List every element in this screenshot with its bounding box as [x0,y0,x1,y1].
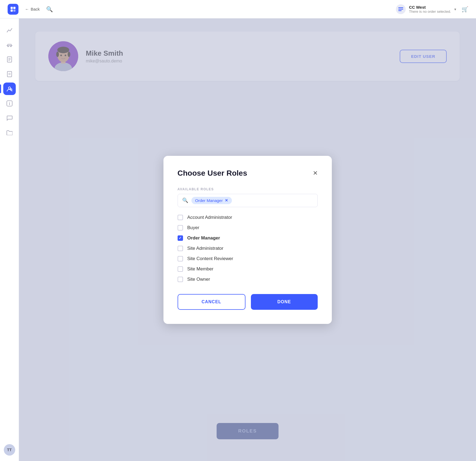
sidebar: TT [0,18,19,461]
sidebar-item-analytics[interactable] [3,24,16,36]
main-content: Mike Smith mike@sauto.demo EDIT USER ROL… [19,18,476,461]
topbar-left: ← Back 🔍 [8,4,53,15]
role-checkbox-buyer[interactable] [178,225,183,230]
svg-point-16 [8,87,11,89]
search-icon[interactable]: 🔍 [46,6,53,12]
svg-rect-6 [398,10,402,11]
svg-point-8 [10,46,11,47]
cart-icon[interactable]: 🛒 [462,6,468,12]
sidebar-item-documents[interactable] [3,68,16,80]
cancel-button[interactable]: CANCEL [178,294,245,310]
modal-actions: CANCEL DONE [178,294,318,310]
order-name: CC West [409,5,451,10]
role-item-buyer[interactable]: Buyer [178,225,318,230]
role-checkbox-site-member[interactable] [178,266,183,272]
tag-label: Order Manager [195,198,223,203]
order-lines-icon [396,4,406,14]
role-label-site-member: Site Member [187,266,213,272]
role-checkbox-order-manager[interactable] [178,235,183,241]
tt-avatar: TT [4,444,15,456]
role-label-site-owner: Site Owner [187,277,210,282]
sidebar-item-orders[interactable] [3,53,16,66]
role-checkbox-account-administrator[interactable] [178,215,183,220]
role-item-site-content-reviewer[interactable]: Site Content Reviewer [178,256,318,261]
modal-overlay: Choose User Roles ✕ AVAILABLE ROLES 🔍 Or… [19,18,476,461]
sidebar-item-info[interactable] [3,97,16,110]
svg-rect-13 [7,71,12,77]
sidebar-item-chat[interactable] [3,112,16,124]
modal-close-button[interactable]: ✕ [313,170,318,176]
topbar-right: CC West There is no order selected. ▾ 🛒 [396,4,468,14]
svg-point-7 [8,46,9,47]
back-label: Back [31,7,40,11]
modal-header: Choose User Roles ✕ [178,169,318,178]
role-item-account-administrator[interactable]: Account Administrator [178,215,318,220]
role-checkbox-site-administrator[interactable] [178,246,183,251]
svg-point-17 [10,89,12,91]
role-label-site-administrator: Site Administrator [187,246,223,251]
available-roles-label: AVAILABLE ROLES [178,187,318,191]
chevron-down-icon[interactable]: ▾ [454,7,456,11]
sidebar-item-users[interactable] [3,83,16,95]
svg-point-20 [9,102,10,103]
role-checkbox-site-owner[interactable] [178,277,183,282]
done-button[interactable]: DONE [251,294,318,310]
role-checkbox-site-content-reviewer[interactable] [178,256,183,261]
sidebar-item-folders[interactable] [3,127,16,139]
svg-rect-5 [398,9,403,10]
svg-rect-2 [11,10,13,12]
role-item-order-manager[interactable]: Order Manager [178,235,318,241]
back-arrow-icon: ← [25,7,29,11]
order-info: CC West There is no order selected. [409,5,451,14]
topbar: ← Back 🔍 CC West There is no order selec… [0,0,476,18]
role-label-order-manager: Order Manager [187,235,220,241]
role-label-account-administrator: Account Administrator [187,215,232,220]
role-item-site-owner[interactable]: Site Owner [178,277,318,282]
role-label-site-content-reviewer: Site Content Reviewer [187,256,233,261]
order-manager-tag[interactable]: Order Manager ✕ [191,197,232,204]
tag-remove-icon[interactable]: ✕ [225,198,228,203]
roles-list: Account Administrator Buyer Order Manage… [178,215,318,282]
sidebar-item-vehicles[interactable] [3,39,16,51]
order-selector[interactable]: CC West There is no order selected. ▾ [396,4,456,14]
back-button[interactable]: ← Back [25,7,40,11]
search-box-icon: 🔍 [182,197,188,203]
order-sub: There is no order selected. [409,10,451,14]
role-item-site-administrator[interactable]: Site Administrator [178,246,318,251]
role-label-buyer: Buyer [187,225,199,230]
logo-icon[interactable] [8,4,18,15]
roles-search-box[interactable]: 🔍 Order Manager ✕ [178,194,318,207]
modal: Choose User Roles ✕ AVAILABLE ROLES 🔍 Or… [163,156,332,324]
svg-rect-4 [398,7,403,8]
modal-title: Choose User Roles [178,169,247,178]
layout: TT [0,18,476,461]
role-item-site-member[interactable]: Site Member [178,266,318,272]
svg-rect-3 [13,10,15,12]
svg-rect-0 [11,7,13,9]
svg-rect-1 [13,7,15,9]
